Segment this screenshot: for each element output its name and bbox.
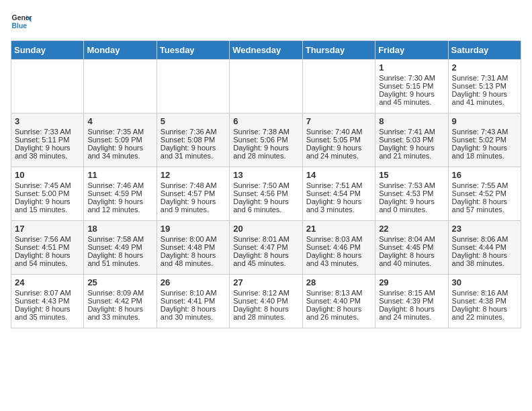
calendar-cell: 19Sunrise: 8:00 AMSunset: 4:48 PMDayligh… xyxy=(157,221,229,275)
day-info: Sunset: 4:53 PM xyxy=(379,189,444,197)
day-number: 9 xyxy=(452,116,517,126)
day-info: Sunset: 5:02 PM xyxy=(452,136,517,144)
day-number: 20 xyxy=(233,224,298,234)
day-info: Daylight: 8 hours and 43 minutes. xyxy=(306,251,371,267)
day-number: 29 xyxy=(379,277,444,287)
calendar-cell: 14Sunrise: 7:51 AMSunset: 4:54 PMDayligh… xyxy=(302,167,375,221)
day-info: Sunrise: 8:09 AM xyxy=(87,289,152,297)
calendar-week-row: 17Sunrise: 7:56 AMSunset: 4:51 PMDayligh… xyxy=(11,221,521,275)
day-info: Sunrise: 7:50 AM xyxy=(233,181,298,189)
day-info: Sunset: 5:06 PM xyxy=(233,136,298,144)
day-info: Sunset: 4:49 PM xyxy=(87,243,152,251)
calendar-week-row: 10Sunrise: 7:45 AMSunset: 5:00 PMDayligh… xyxy=(11,167,521,221)
day-number: 23 xyxy=(452,224,517,234)
day-number: 18 xyxy=(87,224,152,234)
day-number: 14 xyxy=(306,170,371,180)
logo: General Blue xyxy=(11,11,32,32)
day-info: Sunrise: 8:15 AM xyxy=(379,289,444,297)
day-info: Sunrise: 7:51 AM xyxy=(306,181,371,189)
day-info: Sunrise: 7:56 AM xyxy=(15,235,80,243)
day-header: Thursday xyxy=(302,41,375,60)
calendar-cell: 11Sunrise: 7:46 AMSunset: 4:59 PMDayligh… xyxy=(84,167,157,221)
day-number: 6 xyxy=(233,116,298,126)
day-info: Sunset: 4:46 PM xyxy=(306,243,371,251)
day-number: 27 xyxy=(233,277,298,287)
calendar-cell: 5Sunrise: 7:36 AMSunset: 5:08 PMDaylight… xyxy=(157,113,229,167)
day-number: 19 xyxy=(161,224,226,234)
day-info: Sunset: 4:39 PM xyxy=(379,297,444,305)
calendar-cell: 23Sunrise: 8:06 AMSunset: 4:44 PMDayligh… xyxy=(448,221,521,275)
day-number: 21 xyxy=(306,224,371,234)
day-info: Sunrise: 7:53 AM xyxy=(379,181,444,189)
day-info: Daylight: 9 hours and 21 minutes. xyxy=(379,144,444,160)
day-info: Sunrise: 8:12 AM xyxy=(233,289,298,297)
day-info: Sunrise: 8:04 AM xyxy=(379,235,444,243)
day-number: 11 xyxy=(87,170,152,180)
day-info: Sunset: 4:43 PM xyxy=(15,297,80,305)
calendar-cell: 3Sunrise: 7:33 AMSunset: 5:11 PMDaylight… xyxy=(11,113,84,167)
day-info: Sunrise: 8:10 AM xyxy=(161,289,226,297)
day-info: Sunrise: 7:38 AM xyxy=(233,128,298,136)
day-info: Daylight: 9 hours and 12 minutes. xyxy=(87,197,152,214)
day-info: Sunset: 4:52 PM xyxy=(452,189,517,197)
day-info: Daylight: 9 hours and 24 minutes. xyxy=(306,144,371,160)
svg-text:Blue: Blue xyxy=(12,22,28,30)
day-info: Daylight: 9 hours and 3 minutes. xyxy=(306,197,371,214)
calendar-cell: 18Sunrise: 7:58 AMSunset: 4:49 PMDayligh… xyxy=(84,221,157,275)
day-number: 16 xyxy=(452,170,517,180)
calendar-cell: 29Sunrise: 8:15 AMSunset: 4:39 PMDayligh… xyxy=(375,275,448,328)
day-info: Daylight: 9 hours and 0 minutes. xyxy=(379,197,444,214)
calendar-cell: 4Sunrise: 7:35 AMSunset: 5:09 PMDaylight… xyxy=(84,113,157,167)
day-info: Sunrise: 8:03 AM xyxy=(306,235,371,243)
day-info: Sunset: 4:59 PM xyxy=(87,189,152,197)
day-info: Sunrise: 7:40 AM xyxy=(306,128,371,136)
day-info: Sunrise: 7:36 AM xyxy=(161,128,226,136)
day-info: Daylight: 9 hours and 28 minutes. xyxy=(233,144,298,160)
calendar-week-row: 3Sunrise: 7:33 AMSunset: 5:11 PMDaylight… xyxy=(11,113,521,167)
day-info: Daylight: 8 hours and 35 minutes. xyxy=(15,305,80,321)
day-info: Sunset: 4:44 PM xyxy=(452,243,517,251)
day-info: Daylight: 9 hours and 38 minutes. xyxy=(15,144,80,160)
day-info: Sunrise: 8:00 AM xyxy=(161,235,226,243)
day-number: 22 xyxy=(379,224,444,234)
calendar-cell xyxy=(84,60,157,113)
calendar-cell: 17Sunrise: 7:56 AMSunset: 4:51 PMDayligh… xyxy=(11,221,84,275)
day-info: Sunset: 4:42 PM xyxy=(87,297,152,305)
day-header: Wednesday xyxy=(230,41,302,60)
day-info: Daylight: 9 hours and 18 minutes. xyxy=(452,144,517,160)
calendar-cell: 9Sunrise: 7:43 AMSunset: 5:02 PMDaylight… xyxy=(448,113,521,167)
calendar-cell: 16Sunrise: 7:55 AMSunset: 4:52 PMDayligh… xyxy=(448,167,521,221)
day-header: Friday xyxy=(375,41,448,60)
day-info: Sunset: 4:57 PM xyxy=(161,189,226,197)
day-number: 7 xyxy=(306,116,371,126)
calendar-header-row: SundayMondayTuesdayWednesdayThursdayFrid… xyxy=(11,41,521,60)
day-info: Sunset: 4:54 PM xyxy=(306,189,371,197)
calendar-cell: 15Sunrise: 7:53 AMSunset: 4:53 PMDayligh… xyxy=(375,167,448,221)
calendar-cell: 1Sunrise: 7:30 AMSunset: 5:15 PMDaylight… xyxy=(375,60,448,113)
day-number: 1 xyxy=(379,62,444,73)
day-info: Sunrise: 7:41 AM xyxy=(379,128,444,136)
day-info: Daylight: 9 hours and 34 minutes. xyxy=(87,144,152,160)
calendar-week-row: 24Sunrise: 8:07 AMSunset: 4:43 PMDayligh… xyxy=(11,275,521,328)
calendar-cell: 27Sunrise: 8:12 AMSunset: 4:40 PMDayligh… xyxy=(230,275,302,328)
calendar-cell: 28Sunrise: 8:13 AMSunset: 4:40 PMDayligh… xyxy=(302,275,375,328)
calendar-cell: 20Sunrise: 8:01 AMSunset: 4:47 PMDayligh… xyxy=(230,221,302,275)
day-info: Sunset: 5:05 PM xyxy=(306,136,371,144)
day-info: Daylight: 9 hours and 15 minutes. xyxy=(15,197,80,214)
day-number: 4 xyxy=(87,116,152,126)
day-info: Daylight: 8 hours and 40 minutes. xyxy=(379,251,444,267)
day-info: Sunrise: 7:43 AM xyxy=(452,128,517,136)
day-info: Daylight: 8 hours and 22 minutes. xyxy=(452,305,517,321)
day-number: 15 xyxy=(379,170,444,180)
calendar-cell: 22Sunrise: 8:04 AMSunset: 4:45 PMDayligh… xyxy=(375,221,448,275)
day-info: Daylight: 8 hours and 48 minutes. xyxy=(161,251,226,267)
day-info: Daylight: 9 hours and 45 minutes. xyxy=(379,90,444,106)
day-info: Sunrise: 7:48 AM xyxy=(161,181,226,189)
calendar-body: 1Sunrise: 7:30 AMSunset: 5:15 PMDaylight… xyxy=(11,60,521,328)
calendar-cell: 2Sunrise: 7:31 AMSunset: 5:13 PMDaylight… xyxy=(448,60,521,113)
day-info: Sunset: 5:15 PM xyxy=(379,82,444,90)
day-info: Sunrise: 7:46 AM xyxy=(87,181,152,189)
page-header: General Blue xyxy=(11,11,521,32)
day-info: Daylight: 8 hours and 33 minutes. xyxy=(87,305,152,321)
calendar-cell xyxy=(230,60,302,113)
